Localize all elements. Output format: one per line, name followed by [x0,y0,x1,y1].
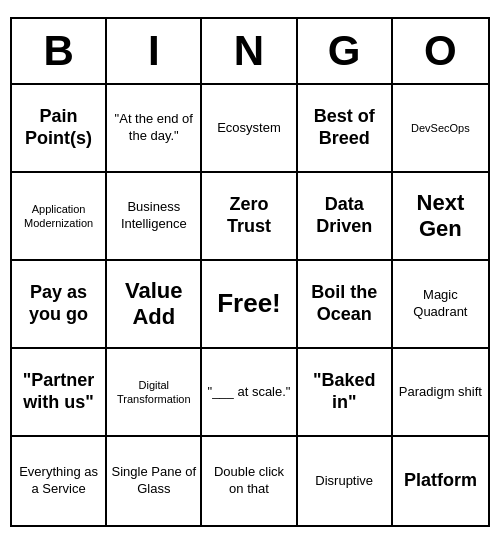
cell-text-20: Everything as a Service [16,464,101,498]
cell-text-3: Best of Breed [302,106,387,149]
cell-text-22: Double click on that [206,464,291,498]
bingo-grid: Pain Point(s)"At the end of the day."Eco… [12,85,488,525]
bingo-cell-22: Double click on that [202,437,297,525]
cell-text-10: Pay as you go [16,282,101,325]
bingo-letter-I: I [107,19,202,83]
bingo-letter-G: G [298,19,393,83]
cell-text-4: DevSecOps [411,121,470,135]
bingo-cell-19: Paradigm shift [393,349,488,437]
bingo-cell-12: Free! [202,261,297,349]
cell-text-1: "At the end of the day." [111,111,196,145]
bingo-cell-15: "Partner with us" [12,349,107,437]
cell-text-5: Application Modernization [16,202,101,231]
cell-text-12: Free! [217,287,281,321]
cell-text-13: Boil the Ocean [302,282,387,325]
cell-text-0: Pain Point(s) [16,106,101,149]
bingo-cell-9: Next Gen [393,173,488,261]
cell-text-7: Zero Trust [206,194,291,237]
cell-text-8: Data Driven [302,194,387,237]
bingo-cell-6: Business Intelligence [107,173,202,261]
cell-text-18: "Baked in" [302,370,387,413]
cell-text-6: Business Intelligence [111,199,196,233]
bingo-cell-20: Everything as a Service [12,437,107,525]
cell-text-11: Value Add [111,278,196,331]
bingo-cell-1: "At the end of the day." [107,85,202,173]
bingo-cell-18: "Baked in" [298,349,393,437]
bingo-cell-5: Application Modernization [12,173,107,261]
bingo-cell-11: Value Add [107,261,202,349]
bingo-cell-2: Ecosystem [202,85,297,173]
bingo-cell-14: Magic Quadrant [393,261,488,349]
bingo-card: BINGO Pain Point(s)"At the end of the da… [10,17,490,527]
bingo-cell-24: Platform [393,437,488,525]
cell-text-23: Disruptive [315,473,373,490]
bingo-cell-16: Digital Transformation [107,349,202,437]
bingo-cell-7: Zero Trust [202,173,297,261]
cell-text-9: Next Gen [397,190,484,243]
bingo-cell-4: DevSecOps [393,85,488,173]
bingo-cell-21: Single Pane of Glass [107,437,202,525]
cell-text-24: Platform [404,470,477,492]
cell-text-16: Digital Transformation [111,378,196,407]
cell-text-17: "___ at scale." [208,384,291,401]
bingo-cell-3: Best of Breed [298,85,393,173]
bingo-cell-0: Pain Point(s) [12,85,107,173]
bingo-cell-8: Data Driven [298,173,393,261]
cell-text-15: "Partner with us" [16,370,101,413]
bingo-cell-10: Pay as you go [12,261,107,349]
bingo-header: BINGO [12,19,488,85]
bingo-letter-O: O [393,19,488,83]
cell-text-19: Paradigm shift [399,384,482,401]
bingo-letter-B: B [12,19,107,83]
bingo-cell-23: Disruptive [298,437,393,525]
bingo-cell-17: "___ at scale." [202,349,297,437]
bingo-letter-N: N [202,19,297,83]
bingo-cell-13: Boil the Ocean [298,261,393,349]
cell-text-14: Magic Quadrant [397,287,484,321]
cell-text-21: Single Pane of Glass [111,464,196,498]
cell-text-2: Ecosystem [217,120,281,137]
